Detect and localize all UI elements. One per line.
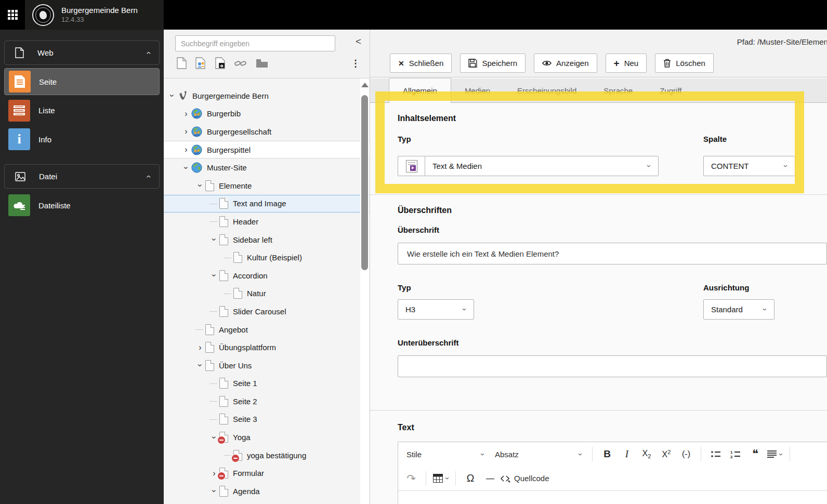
editor-content[interactable] (398, 490, 827, 504)
module-item-liste[interactable]: Liste (4, 98, 160, 123)
svg-text:2: 2 (730, 455, 733, 459)
chevron-open-icon[interactable]: › (167, 91, 177, 100)
tab-sprache[interactable]: Sprache (590, 78, 646, 102)
page-icon (219, 216, 228, 227)
modules-menu-button[interactable] (0, 0, 25, 30)
tree-node[interactable]: Angebot (164, 321, 370, 339)
heading-input[interactable] (398, 243, 827, 264)
heading-type-select[interactable]: H3 › (398, 299, 474, 320)
tree-node[interactable]: Slider Carousel (164, 302, 370, 321)
chevron-down-icon: › (777, 453, 786, 456)
link-icon[interactable] (234, 59, 247, 68)
tree-node[interactable]: ›Sidebar left (164, 231, 370, 249)
tree-node[interactable]: Kultur (Beispiel) (164, 248, 370, 267)
tab-zugriff[interactable]: Zugriff (646, 78, 695, 102)
tree-node[interactable]: ›Burgerspittel (164, 141, 370, 159)
source-code-button[interactable]: Quellcode (500, 469, 549, 488)
chevron-open-icon[interactable]: › (195, 181, 205, 190)
tree-node-label: Burgergesellschaft (207, 127, 271, 136)
subscript-button[interactable]: X2 (637, 444, 657, 464)
alignment-select[interactable]: Standard › (703, 299, 775, 320)
new-shortcut-page-icon[interactable] (215, 57, 226, 69)
module-group-datei[interactable]: Datei › (4, 164, 160, 189)
delete-button[interactable]: Löschen (655, 54, 714, 73)
tree-node[interactable]: ›Formular (164, 464, 370, 482)
brand[interactable]: Burgergemeinde Bern 12.4.33 (25, 0, 164, 30)
chevron-open-icon[interactable]: › (181, 164, 191, 172)
tree-node[interactable]: ›Über Uns (164, 356, 370, 375)
scroll-up-icon[interactable] (361, 83, 369, 87)
column-select[interactable]: CONTENT › (703, 156, 795, 176)
chevron-open-icon[interactable]: › (209, 235, 219, 244)
tree-node[interactable]: yoga bestätigung (164, 446, 370, 465)
tree-node[interactable]: Seite 2 (164, 392, 370, 410)
tree-node[interactable]: ›Agenda (164, 482, 370, 500)
new-page-icon[interactable] (177, 57, 187, 69)
chevron-closed-icon[interactable]: › (181, 127, 191, 136)
module-item-seite[interactable]: Seite (4, 68, 160, 95)
blockquote-icon[interactable]: ❝ (745, 444, 765, 464)
tree-node-label: Muster-Site (207, 163, 247, 172)
paragraph-dropdown[interactable]: Absatz › (490, 450, 587, 459)
tree-node[interactable]: ›Elemente (164, 177, 370, 195)
editor-toolbar-row1: Stile › Absatz › B I X2 X2 (-) (398, 442, 827, 466)
save-button[interactable]: Speichern (460, 54, 526, 73)
special-character-icon[interactable]: Ω (461, 469, 480, 488)
numbered-list-icon[interactable]: 12 (726, 444, 745, 464)
redo-icon[interactable]: ↷ (401, 469, 421, 488)
tab-allgemein[interactable]: Allgemein (389, 78, 451, 103)
typo3-icon (177, 90, 188, 101)
tree-node[interactable]: ›Burgergemeinde Bern (164, 87, 370, 105)
superscript-button[interactable]: X2 (657, 444, 676, 464)
tab-medien[interactable]: Medien (451, 78, 504, 102)
horizontal-line-icon[interactable]: — (480, 469, 500, 488)
module-item-info[interactable]: i Info (4, 126, 160, 153)
chevron-closed-icon[interactable]: › (181, 145, 191, 154)
chevron-open-icon[interactable]: › (209, 487, 219, 495)
alignment-dropdown[interactable]: › (765, 444, 785, 464)
page-icon (219, 396, 228, 407)
view-button[interactable]: Anzeigen (534, 54, 597, 73)
module-item-label: Info (38, 135, 51, 144)
chevron-open-icon[interactable]: › (209, 271, 219, 280)
new-page-users-icon[interactable] (195, 57, 206, 69)
tree-node[interactable]: ›Muster-Site (164, 158, 370, 177)
bold-button[interactable]: B (597, 444, 617, 464)
bulleted-list-icon[interactable] (706, 444, 726, 464)
subheading-input[interactable] (398, 355, 827, 377)
tree-node-label: Seite 3 (233, 415, 257, 423)
globe-users-icon (191, 126, 202, 137)
tree-node[interactable]: ›Burgergesellschaft (164, 123, 370, 141)
chevron-open-icon[interactable]: › (195, 361, 205, 369)
module-group-web[interactable]: Web › (4, 41, 160, 65)
chevron-closed-icon[interactable]: › (181, 110, 191, 118)
tree-node-label: Yoga (233, 433, 251, 442)
tab-erscheinungsbild[interactable]: Erscheinungsbild (504, 78, 590, 102)
tree-more-menu-icon[interactable]: ⋮ (351, 58, 360, 69)
tree-scrollbar[interactable] (360, 78, 369, 504)
tree-search-input[interactable] (175, 35, 335, 51)
italic-button[interactable]: I (617, 444, 637, 464)
folder-icon[interactable] (256, 59, 268, 68)
soft-hyphen-button[interactable]: (-) (676, 444, 696, 464)
styles-dropdown[interactable]: Stile › (401, 450, 490, 459)
chevron-closed-icon[interactable]: › (195, 343, 205, 352)
tree-node[interactable]: Header (164, 213, 370, 231)
module-item-dateiliste[interactable]: Dateiliste (4, 192, 160, 219)
tree-node[interactable]: Natur (164, 285, 370, 303)
tree-node[interactable]: Seite 1 (164, 375, 370, 393)
tree-node[interactable]: Seite 3 (164, 410, 370, 429)
app-title: Burgergemeinde Bern (61, 6, 138, 16)
tree-node[interactable]: ›Yoga (164, 428, 370, 446)
tree-node[interactable]: ›Übungsplattform (164, 338, 370, 356)
tree-node[interactable]: ›Accordion (164, 267, 370, 285)
table-dropdown[interactable]: › (431, 469, 451, 488)
tree-node[interactable]: ›Burgerbib (164, 105, 370, 123)
module-item-label: Dateiliste (38, 201, 71, 210)
scrollbar-thumb[interactable] (361, 95, 368, 270)
content-type-select[interactable]: Text & Medien › (398, 156, 659, 176)
collapse-tree-icon[interactable]: < (356, 36, 361, 46)
close-button[interactable]: ✕ Schließen (390, 54, 452, 73)
tree-node[interactable]: Text and Image (164, 195, 370, 213)
new-button[interactable]: + Neu (606, 54, 647, 73)
